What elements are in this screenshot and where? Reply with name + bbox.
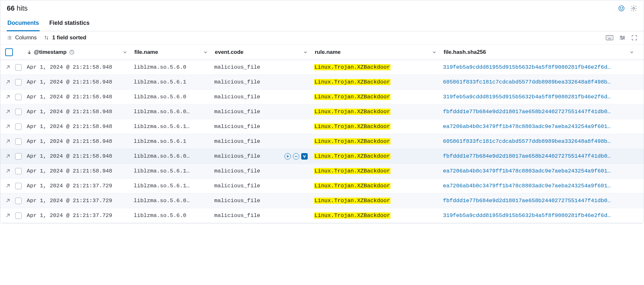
table-row[interactable]: Apr 1, 2024 @ 21:21:58.948 liblzma.so.5.… — [0, 75, 644, 90]
cell-hash[interactable]: 605861f833fc181c7cdcabd5577ddb8989bea332… — [443, 79, 641, 85]
expand-row-icon[interactable] — [3, 184, 13, 188]
cell-eventcode-value: malicious_file — [214, 183, 260, 189]
cell-eventcode: malicious_file — [214, 183, 314, 189]
keyboard-icon[interactable] — [606, 35, 613, 40]
chevron-down-icon[interactable] — [432, 50, 437, 54]
select-all-checkbox[interactable] — [5, 48, 13, 56]
cell-timestamp: Apr 1, 2024 @ 21:21:58.948 — [24, 153, 134, 159]
cell-filename: liblzma.so.5.6.0… — [134, 198, 214, 204]
filter-out-icon[interactable] — [293, 153, 299, 160]
gear-icon[interactable] — [630, 5, 637, 12]
tab-documents[interactable]: Documents — [7, 16, 40, 31]
sort-desc-icon — [27, 50, 31, 54]
row-checkbox[interactable] — [15, 212, 22, 219]
cell-eventcode-value: malicious_file — [214, 109, 260, 115]
column-eventcode-label: event.code — [215, 49, 244, 55]
row-checkbox[interactable] — [15, 123, 22, 130]
cell-eventcode-value: malicious_file — [214, 123, 260, 130]
table-row[interactable]: Apr 1, 2024 @ 21:21:58.948 liblzma.so.5.… — [0, 104, 644, 119]
svg-point-3 — [633, 7, 635, 9]
cell-filename: liblzma.so.5.6.1 — [134, 79, 214, 85]
filter-for-icon[interactable] — [284, 153, 291, 160]
column-timestamp-label: @timestamp — [34, 49, 67, 55]
cell-eventcode-value: malicious_file — [214, 212, 260, 219]
column-rulename-label: rule.name — [315, 49, 341, 55]
table-row[interactable]: Apr 1, 2024 @ 21:21:58.948 liblzma.so.5.… — [0, 90, 644, 104]
tab-field-statistics[interactable]: Field statistics — [49, 16, 90, 31]
cell-eventcode-value: malicious_file — [214, 64, 260, 70]
expand-row-icon[interactable] — [3, 80, 13, 84]
cell-hash[interactable]: ea7206ab4b0c3479ff1b478c8803adc9e7aeba24… — [443, 183, 641, 189]
chevron-down-icon[interactable] — [203, 50, 208, 54]
cell-timestamp: Apr 1, 2024 @ 21:21:37.729 — [24, 212, 134, 219]
feedback-icon[interactable] — [618, 5, 625, 12]
cell-eventcode: malicious_file — [214, 94, 314, 100]
cell-hash[interactable]: 319feb5a9cddd81955d915b5632b4a5f8f908028… — [443, 64, 641, 70]
cell-hash[interactable]: 605861f833fc181c7cdcabd5577ddb8989bea332… — [443, 138, 641, 144]
sliders-icon[interactable] — [619, 35, 626, 40]
cell-eventcode: malicious_file — [214, 109, 314, 115]
highlighted-text: Linux.Trojan.XZBackdoor — [314, 79, 390, 85]
chevron-down-icon[interactable] — [123, 50, 127, 54]
row-checkbox[interactable] — [15, 94, 22, 100]
cell-eventcode-value: malicious_file — [214, 198, 260, 204]
cell-hash[interactable]: 319feb5a9cddd81955d915b5632b4a5f8f908028… — [443, 94, 641, 100]
cell-hash[interactable]: fbfddd1e77b684e9d2d18017ae658b2440272755… — [443, 153, 641, 159]
row-checkbox[interactable] — [15, 64, 22, 71]
column-header-eventcode[interactable]: event.code — [215, 49, 315, 55]
expand-row-icon[interactable] — [3, 110, 13, 114]
expand-row-icon[interactable] — [3, 213, 13, 218]
chevron-down-icon[interactable] — [303, 50, 308, 54]
columns-button[interactable]: Columns — [7, 34, 37, 41]
cell-timestamp: Apr 1, 2024 @ 21:21:37.729 — [24, 183, 134, 189]
fullscreen-icon[interactable] — [631, 35, 637, 41]
cell-rulename: Linux.Trojan.XZBackdoor — [314, 79, 443, 85]
cell-hash[interactable]: ea7206ab4b0c3479ff1b478c8803adc9e7aeba24… — [443, 168, 641, 174]
cell-hash[interactable]: fbfddd1e77b684e9d2d18017ae658b2440272755… — [443, 109, 641, 115]
expand-row-icon[interactable] — [3, 169, 13, 173]
cell-hash[interactable]: 319feb5a9cddd81955d915b5632b4a5f8f908028… — [443, 212, 641, 219]
cell-hash[interactable]: ea7206ab4b0c3479ff1b478c8803adc9e7aeba24… — [443, 123, 641, 130]
expand-row-icon[interactable] — [3, 199, 13, 203]
highlighted-text: Linux.Trojan.XZBackdoor — [314, 94, 390, 100]
expand-row-icon[interactable] — [3, 95, 13, 99]
row-checkbox[interactable] — [15, 183, 22, 189]
cell-rulename: Linux.Trojan.XZBackdoor — [314, 183, 443, 189]
row-checkbox[interactable] — [15, 79, 22, 85]
table-row[interactable]: Apr 1, 2024 @ 21:21:58.948 liblzma.so.5.… — [0, 134, 644, 149]
row-checkbox[interactable] — [15, 153, 22, 160]
table-row[interactable]: Apr 1, 2024 @ 21:21:58.948 liblzma.so.5.… — [0, 60, 644, 75]
sort-icon — [44, 35, 49, 40]
highlighted-text: Linux.Trojan.XZBackdoor — [314, 183, 390, 189]
table-row[interactable]: Apr 1, 2024 @ 21:21:58.948 liblzma.so.5.… — [0, 149, 644, 164]
cell-timestamp: Apr 1, 2024 @ 21:21:58.948 — [24, 138, 134, 144]
sort-button[interactable]: 1 field sorted — [44, 34, 86, 41]
svg-point-5 — [621, 36, 622, 37]
cell-eventcode: malicious_file — [214, 153, 314, 160]
table-row[interactable]: Apr 1, 2024 @ 21:21:58.948 liblzma.so.5.… — [0, 164, 644, 179]
column-header-hash[interactable]: file.hash.sha256 — [444, 49, 641, 55]
row-checkbox[interactable] — [15, 138, 22, 145]
toggle-column-icon[interactable] — [301, 153, 308, 160]
table-row[interactable]: Apr 1, 2024 @ 21:21:58.948 liblzma.so.5.… — [0, 119, 644, 134]
row-checkbox[interactable] — [15, 198, 22, 204]
expand-row-icon[interactable] — [3, 139, 13, 144]
row-checkbox[interactable] — [15, 109, 22, 115]
chevron-down-icon[interactable] — [630, 50, 634, 54]
cell-eventcode: malicious_file — [214, 79, 314, 85]
column-header-filename[interactable]: file.name — [134, 49, 215, 55]
table-row[interactable]: Apr 1, 2024 @ 21:21:37.729 liblzma.so.5.… — [0, 208, 644, 223]
row-checkbox[interactable] — [15, 168, 22, 174]
svg-point-7 — [622, 39, 623, 40]
column-header-rulename[interactable]: rule.name — [315, 49, 444, 55]
expand-row-icon[interactable] — [3, 154, 13, 159]
table-row[interactable]: Apr 1, 2024 @ 21:21:37.729 liblzma.so.5.… — [0, 193, 644, 208]
table-row[interactable]: Apr 1, 2024 @ 21:21:37.729 liblzma.so.5.… — [0, 179, 644, 193]
highlighted-text: Linux.Trojan.XZBackdoor — [314, 153, 390, 159]
expand-row-icon[interactable] — [3, 124, 13, 129]
cell-filename: liblzma.so.5.6.1 — [134, 138, 214, 144]
cell-rulename: Linux.Trojan.XZBackdoor — [314, 64, 443, 70]
column-header-timestamp[interactable]: @timestamp — [25, 49, 134, 55]
cell-hash[interactable]: fbfddd1e77b684e9d2d18017ae658b2440272755… — [443, 198, 641, 204]
expand-row-icon[interactable] — [3, 65, 13, 70]
